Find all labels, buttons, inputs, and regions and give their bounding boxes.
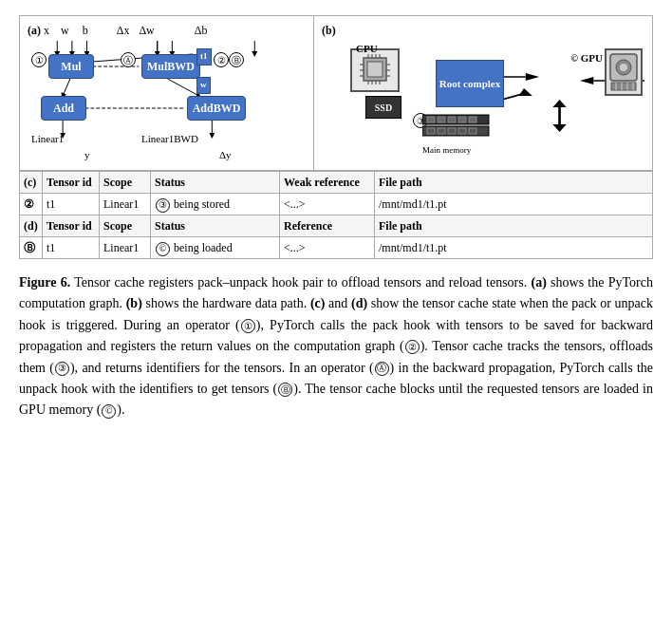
tc-c-tid: Tensor id [43, 172, 100, 193]
cpu-label: CPU [356, 41, 378, 57]
tc-c-label: (c) [20, 172, 43, 193]
circle-2: ② [214, 52, 229, 67]
gpu-text-label: GPU [581, 52, 603, 64]
tc-c-row-scope: Linear1 [100, 194, 151, 215]
main-memory-area: Main memory [422, 111, 491, 158]
tc-c-row-label: ② [20, 194, 43, 215]
circle-C-status: © [156, 242, 170, 256]
tc-c-row-weak: <...> [280, 194, 375, 215]
tc-c-row-tid: t1 [43, 194, 100, 215]
tc-d-file: File path [375, 215, 652, 236]
cg-w: w [61, 22, 69, 39]
caption-d-b: (d) [351, 296, 367, 310]
tc-d-tid: Tensor id [43, 215, 100, 236]
svg-marker-21 [519, 88, 532, 96]
circle-B-cap: Ⓑ [278, 383, 292, 397]
gpu-label: © GPU [571, 50, 603, 66]
figure-caption: Figure 6. Tensor cache registers pack–un… [19, 272, 653, 421]
svg-line-3 [167, 79, 198, 96]
cg-dx: Δx [117, 22, 130, 39]
circle-C-cap: © [102, 404, 116, 419]
node-mul: Mul [48, 54, 94, 79]
gpu-box [605, 48, 643, 96]
circle-1-cap: ① [241, 319, 255, 333]
tc-d-row-weak: <...> [280, 237, 375, 258]
tc-c-weak: Weak reference [280, 172, 375, 193]
root-complex-box: Root complex [436, 60, 504, 107]
circle-1: ① [31, 52, 47, 67]
cg-dw: Δw [139, 22, 154, 39]
part-b-label: (b) [322, 22, 644, 39]
caption-c-b: (c) [310, 296, 326, 310]
c-status-text: being stored [174, 197, 230, 211]
w-badge: w [196, 77, 211, 94]
tc-c-file: File path [375, 172, 652, 193]
svg-rect-56 [469, 117, 476, 122]
table-c-data: ② t1 Linear1 ③ being stored <...> /mnt/m… [20, 193, 652, 215]
main-memory-label: Main memory [422, 144, 491, 158]
table-c-header: (c) Tensor id Scope Status Weak referenc… [20, 171, 652, 193]
hw-inner: CPU Root complex [322, 41, 644, 164]
tc-d-scope: Scope [100, 215, 151, 236]
table-d-header: (d) Tensor id Scope Status Reference Fil… [20, 215, 652, 236]
cap-end: ). [117, 402, 124, 417]
tc-d-status: Status [151, 215, 280, 236]
node-addbwd: AddBWD [187, 96, 246, 121]
figure-label: Figure 6. [19, 275, 70, 290]
tc-c-row-status: ③ being stored [151, 194, 280, 215]
tc-d-label: (d) [20, 215, 43, 236]
circle-A-cap: Ⓐ [375, 362, 389, 376]
tc-d-row-file: /mnt/md1/t1.pt [375, 237, 652, 258]
linear1-label: Linear1 [31, 131, 64, 147]
caption-main: Tensor cache registers pack–unpack hook … [74, 275, 531, 290]
d-status-text: being loaded [174, 241, 233, 254]
cg-inner: Mul Add MulBWD AddBWD t1 w ① Ⓐ ② Ⓑ Linea… [28, 41, 306, 164]
svg-marker-24 [552, 124, 566, 132]
cg-header: (a) x w b Δx Δw Δb [28, 22, 306, 39]
caption-b-b: (b) [126, 296, 142, 310]
svg-rect-58 [438, 128, 445, 134]
svg-marker-19 [580, 77, 593, 84]
diagram-area: (a) x w b Δx Δw Δb [20, 16, 652, 171]
node-mulbwd: MulBWD [141, 54, 200, 79]
svg-marker-25 [552, 100, 566, 107]
circle-3-cap: ③ [55, 362, 69, 376]
caption-b-desc: shows the hardware data path. [142, 296, 310, 310]
node-add: Add [41, 96, 86, 121]
svg-point-44 [620, 64, 627, 71]
y-label: y [84, 147, 90, 163]
tc-d-weak: Reference [280, 215, 375, 236]
svg-line-0 [63, 79, 70, 96]
tc-c-row-file: /mnt/md1/t1.pt [375, 194, 652, 215]
cg-x: x [44, 22, 49, 39]
tc-d-row-tid: t1 [43, 237, 100, 258]
cap-mid3: ), and returns identifiers for the tenso… [70, 361, 374, 375]
svg-rect-52 [427, 117, 435, 122]
root-complex-label: Root complex [439, 76, 500, 92]
part-a-label: (a) [28, 22, 41, 39]
table-section: (c) Tensor id Scope Status Weak referenc… [20, 171, 652, 258]
cpu-icon [357, 53, 393, 87]
main-memory-icon [422, 111, 491, 138]
cg-b: b [83, 22, 88, 39]
ssd-label: SSD [375, 101, 392, 115]
tc-d-row-scope: Linear1 [100, 237, 151, 258]
svg-rect-60 [458, 128, 466, 134]
circle-A: Ⓐ [121, 52, 136, 67]
circle-3-status: ③ [156, 198, 170, 213]
ssd-box: SSD [365, 96, 401, 119]
hw-path: (b) [314, 16, 652, 170]
comp-graph: (a) x w b Δx Δw Δb [20, 16, 314, 170]
svg-rect-55 [458, 117, 466, 122]
circle-2-cap: ② [405, 340, 420, 354]
svg-rect-27 [367, 62, 383, 77]
tc-d-row-label: Ⓑ [20, 237, 43, 258]
cg-db: Δb [195, 22, 208, 39]
svg-rect-57 [427, 128, 435, 134]
gpu-circle-label: © [571, 53, 578, 64]
tc-c-scope: Scope [100, 172, 151, 193]
gpu-icon [608, 52, 639, 92]
figure-box: (a) x w b Δx Δw Δb [19, 15, 653, 259]
svg-rect-54 [448, 117, 456, 122]
svg-rect-45 [611, 83, 636, 90]
